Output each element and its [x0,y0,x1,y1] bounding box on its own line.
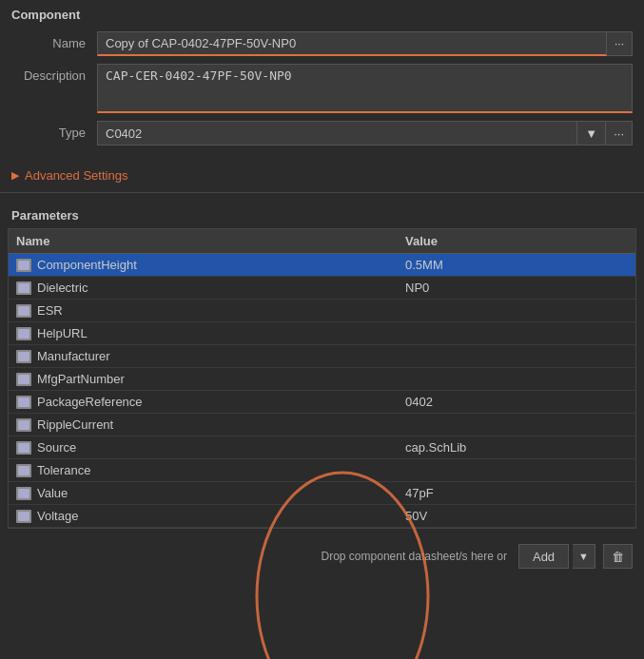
type-select-wrapper: C0402 ▼ ··· [97,121,633,145]
table-cell-name-2: ESR [9,300,398,321]
description-row: Description CAP-CER-0402-47PF-50V-NP0 [11,64,633,113]
type-row: Type C0402 ▼ ··· [11,121,633,145]
name-label: Name [11,31,97,50]
table-cell-value-9 [398,467,635,475]
drop-text: Drop component datasheet/s here or [322,550,507,563]
table-cell-value-8: cap.SchLib [398,436,635,458]
component-section: Component Name ··· Description CAP-CER-0… [0,0,644,188]
row-icon-3 [16,327,31,340]
name-dots-button[interactable]: ··· [607,31,633,56]
row-icon-4 [16,350,31,363]
table-cell-value-1: NP0 [398,277,635,299]
table-cell-value-11: 50V [398,505,635,527]
name-input-wrapper: ··· [97,31,633,56]
table-cell-name-6: PackageReference [9,391,398,413]
table-row[interactable]: Manufacturer [9,345,635,368]
table-cell-value-3 [398,330,635,338]
component-section-title: Component [0,0,644,28]
type-dropdown-arrow[interactable]: ▼ [577,121,606,145]
table-row[interactable]: Value 47pF [9,482,635,505]
parameters-title: Parameters [0,204,644,228]
table-cell-name-0: ComponentHeight [9,254,398,276]
component-panel: Component Name ··· Description CAP-CER-0… [0,0,644,576]
table-cell-name-9: Tolerance [9,459,398,481]
table-body: ComponentHeight 0.5MM Dielectric NP0 ESR… [9,254,635,528]
name-input[interactable] [97,31,607,56]
type-dots-button[interactable]: ··· [606,121,633,145]
table-cell-name-5: MfgPartNumber [9,368,398,390]
name-row: Name ··· [11,31,633,56]
table-cell-name-3: HelpURL [9,322,398,344]
advanced-settings-toggle[interactable]: ▶ Advanced Settings [0,163,644,188]
table-row[interactable]: Dielectric NP0 [9,277,635,300]
table-cell-value-4 [398,353,635,360]
bottom-bar: Drop component datasheet/s here or Add ▼… [0,536,644,576]
table-row[interactable]: MfgPartNumber [9,368,635,391]
row-icon-1 [16,281,31,295]
type-select[interactable]: C0402 [97,121,577,145]
row-icon-5 [16,373,31,386]
column-header-name: Name [9,229,398,253]
type-label: Type [11,121,97,140]
table-cell-value-6: 0402 [398,391,635,413]
table-cell-name-4: Manufacturer [9,345,398,367]
row-icon-0 [16,259,31,272]
table-row[interactable]: HelpURL [9,322,635,345]
description-label: Description [11,64,97,83]
section-divider [0,192,644,193]
advanced-settings-label: Advanced Settings [25,168,127,183]
advanced-settings-chevron-icon: ▶ [11,169,19,182]
table-cell-name-10: Value [9,482,398,504]
form-area: Name ··· Description CAP-CER-0402-47PF-5… [0,28,644,163]
row-icon-7 [16,418,31,432]
parameters-table: Name Value ComponentHeight 0.5MM Dielect… [8,228,636,529]
table-row[interactable]: RippleCurrent [9,414,635,436]
row-icon-10 [16,487,31,500]
column-header-value: Value [398,229,635,253]
table-cell-name-7: RippleCurrent [9,414,398,436]
row-icon-8 [16,441,31,455]
add-button[interactable]: Add [518,544,569,569]
table-cell-value-0: 0.5MM [398,254,635,276]
table-header: Name Value [9,229,635,254]
parameters-section: Parameters Name Value ComponentHeight 0.… [0,197,644,529]
table-cell-value-10: 47pF [398,482,635,504]
table-cell-value-5 [398,376,635,383]
table-cell-value-7 [398,421,635,429]
table-row[interactable]: ComponentHeight 0.5MM [9,254,635,277]
description-input[interactable]: CAP-CER-0402-47PF-50V-NP0 [97,64,633,113]
table-row[interactable]: Tolerance [9,459,635,482]
table-row[interactable]: Source cap.SchLib [9,436,635,459]
row-icon-11 [16,510,31,523]
add-dropdown-button[interactable]: ▼ [573,544,595,569]
table-cell-name-8: Source [9,436,398,458]
table-cell-value-2 [398,307,635,315]
table-row[interactable]: PackageReference 0402 [9,391,635,414]
table-cell-name-11: Voltage [9,505,398,527]
delete-button[interactable]: 🗑 [603,544,633,569]
row-icon-6 [16,396,31,409]
table-row[interactable]: ESR [9,300,635,322]
table-cell-name-1: Dielectric [9,277,398,299]
row-icon-2 [16,304,31,318]
table-row[interactable]: Voltage 50V [9,505,635,528]
row-icon-9 [16,464,31,477]
